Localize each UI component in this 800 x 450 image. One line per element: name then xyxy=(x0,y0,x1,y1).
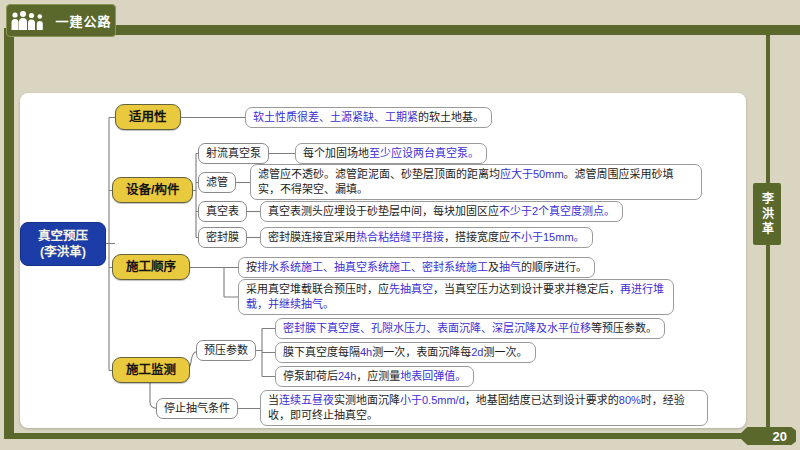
leaf-jet-pump: 每个加固场地至少应设两台真空泵。 xyxy=(295,143,487,164)
leaf-sequence-1: 按排水系统施工、抽真空系统施工、密封系统施工及抽气的顺序进行。 xyxy=(238,257,595,278)
topic-monitoring: 施工监测 xyxy=(112,357,190,383)
leaf-filter-pipe: 滤管应不透砂。滤管距泥面、砂垫层顶面的距离均应大于50mm。滤管周围应采用砂填实… xyxy=(250,164,702,200)
people-icon xyxy=(10,11,50,31)
leaf-sealing-membrane: 密封膜连接宜采用热合粘结缝平搭接，搭接宽度应不小于15mm。 xyxy=(260,227,593,248)
subtopic-stop-condition: 停止抽气条件 xyxy=(156,398,238,419)
left-accent-bar xyxy=(4,28,14,436)
leaf-vacuum-gauge: 真空表测头应埋设于砂垫层中间，每块加固区应不少于2个真空度测点。 xyxy=(260,201,623,222)
mindmap-root-node: 真空预压 (李洪革) xyxy=(20,222,106,266)
top-accent-bar xyxy=(104,25,800,35)
brand-badge: 一建公路 xyxy=(6,4,116,37)
leaf-sequence-2: 采用真空堆载联合预压时，应先抽真空，当真空压力达到设计要求并稳定后，再进行堆载，… xyxy=(238,279,674,315)
author-banner: 李洪革 xyxy=(753,183,781,245)
topic-sequence: 施工顺序 xyxy=(112,254,190,280)
topic-equipment: 设备/构件 xyxy=(112,177,193,203)
leaf-preload-params-1: 密封膜下真空度、孔隙水压力、表面沉降、深层沉降及水平位移等预压参数。 xyxy=(275,318,665,339)
root-title-line2: (李洪革) xyxy=(21,244,105,260)
leaf-preload-params-2: 膜下真空度每隔4h测一次，表面沉降每2d测一次。 xyxy=(275,342,536,363)
slide: 一建公路 李洪革 20 真空预压 (李洪革) 适用性 设备/构件 施 xyxy=(0,0,800,450)
brand-text: 一建公路 xyxy=(55,11,111,30)
subtopic-vacuum-gauge: 真空表 xyxy=(198,201,247,222)
leaf-applicability: 软土性质很差、土源紧缺、工期紧的软土地基。 xyxy=(245,107,492,128)
subtopic-preload-params: 预压参数 xyxy=(196,340,256,361)
leaf-stop-condition: 当连续五昼夜实测地面沉降小于0.5mm/d，地基固结度已达到设计要求的80%时，… xyxy=(260,390,708,426)
subtopic-sealing-membrane: 密封膜 xyxy=(198,227,247,248)
root-title-line1: 真空预压 xyxy=(21,228,105,244)
bottom-accent-line xyxy=(4,433,748,439)
subtopic-filter-pipe: 滤管 xyxy=(198,172,236,193)
subtopic-jet-pump: 射流真空泵 xyxy=(198,143,269,164)
leaf-preload-params-3: 停泵卸荷后24h，应测量地表回弹值。 xyxy=(275,366,474,387)
topic-applicability: 适用性 xyxy=(115,104,181,130)
page-number-badge: 20 xyxy=(738,427,796,445)
